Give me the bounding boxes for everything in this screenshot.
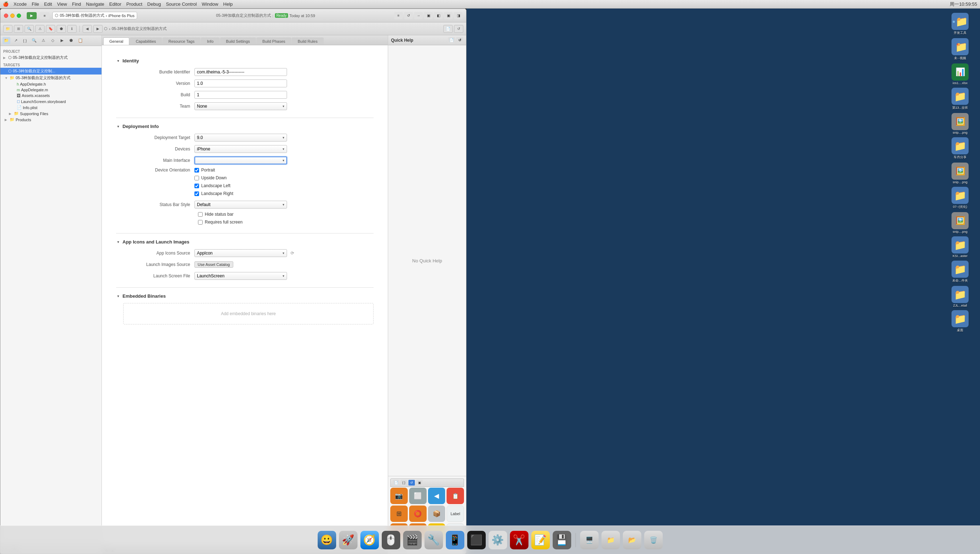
tab-info[interactable]: Info [201, 37, 220, 45]
info-plist[interactable]: 📄 Info.plist [0, 104, 102, 110]
xlsx-icon[interactable]: 📊 ios1....xlsx [947, 64, 973, 85]
refresh-btn[interactable]: ↺ [454, 25, 463, 33]
dock-more-1[interactable]: 🖥️ [580, 531, 598, 549]
tab-general[interactable]: General [103, 37, 129, 45]
maximize-button[interactable] [17, 14, 21, 18]
car-folder-icon[interactable]: 📁 车丹分享 [947, 137, 973, 160]
circle-widget[interactable]: ⭕ [409, 506, 426, 522]
dock-scissors[interactable]: ✂️ [510, 531, 528, 549]
selection-widget[interactable]: ⬜ [409, 488, 426, 504]
util-icon-1[interactable]: 📄 [393, 480, 399, 485]
util-icon-4[interactable]: ▣ [416, 480, 423, 485]
team-select[interactable]: None [194, 102, 287, 110]
icon-1[interactable]: ≡ [394, 12, 403, 19]
reset-icon[interactable]: ⟳ [289, 250, 296, 256]
run-button[interactable] [27, 12, 37, 19]
dock-exec[interactable]: 💾 [553, 531, 571, 549]
menu-debug[interactable]: Debug [148, 2, 161, 7]
find-nav-icon[interactable]: 🔍 [30, 37, 38, 44]
class-folder-icon[interactable]: 📁 第13...业班 [947, 88, 973, 110]
products-group[interactable]: ▶ 📁 Products [0, 117, 102, 123]
util-icon-3[interactable]: ↺ [409, 480, 415, 485]
menu-editor[interactable]: Editor [109, 2, 121, 7]
dock-launchpad[interactable]: 🚀 [339, 531, 358, 549]
debug-toggle[interactable]: ▣ [444, 12, 453, 19]
tab-build-rules[interactable]: Build Rules [292, 37, 324, 45]
app-icons-toggle[interactable]: ▼ [116, 240, 120, 244]
version-input[interactable] [194, 80, 287, 87]
dock-more-3[interactable]: 📂 [623, 531, 641, 549]
app-icons-select[interactable]: AppIcon [194, 249, 287, 257]
icon-2[interactable]: ↺ [404, 12, 413, 19]
snip2-icon[interactable]: 🖼️ snip....png [947, 163, 973, 184]
list-widget[interactable]: 📋 [447, 488, 464, 504]
dock-finder[interactable]: 😀 [318, 531, 336, 549]
breakpoint-nav-icon[interactable]: ⬟ [67, 37, 75, 44]
tab-build-settings[interactable]: Build Settings [220, 37, 256, 45]
nav-info-btn[interactable]: ℹ [67, 25, 76, 33]
landscape-right-checkbox[interactable] [194, 192, 199, 196]
build-input[interactable] [194, 91, 287, 99]
main-interface-select[interactable]: Main [194, 156, 287, 164]
bundle-id-input[interactable] [194, 68, 287, 76]
menu-file[interactable]: File [32, 2, 39, 7]
deployment-target-select[interactable]: 9.0 8.0 10.0 [194, 134, 287, 142]
dock-tools[interactable]: 🔧 [425, 531, 443, 549]
menu-find[interactable]: Find [72, 2, 81, 7]
menu-source-control[interactable]: Source Control [166, 2, 197, 7]
breakpoint-btn[interactable]: ⬟ [57, 25, 66, 33]
grid-btn[interactable]: ⊞ [14, 25, 23, 33]
devices-select[interactable]: iPhone iPad Universal [194, 145, 287, 153]
use-asset-catalog-btn[interactable]: Use Asset Catalog [194, 261, 233, 268]
ksi-icon[interactable]: 📁 KSI...aster [947, 236, 973, 258]
full-screen-label[interactable]: Requires full screen [205, 220, 242, 225]
close-button[interactable] [4, 14, 8, 18]
portrait-checkbox[interactable] [194, 168, 199, 172]
menu-navigate[interactable]: Navigate [86, 2, 104, 7]
upside-down-label[interactable]: Upside Down [201, 176, 226, 180]
landscape-right-label[interactable]: Landscape Right [201, 191, 233, 196]
full-screen-checkbox[interactable] [198, 220, 203, 225]
folder-btn[interactable]: 📁 [3, 25, 13, 33]
dev-tools-icon[interactable]: ● 📁 开发工具 [947, 13, 973, 35]
menu-help[interactable]: Help [223, 2, 233, 7]
hide-status-label[interactable]: Hide status bar [205, 212, 234, 217]
minimize-button[interactable] [10, 14, 14, 18]
scheme-selector[interactable]: ⬡ 05-3种加载-控制器的方式 › iPhone 6s Plus [52, 12, 137, 19]
back-widget[interactable]: ◀ [428, 488, 445, 504]
upside-down-checkbox[interactable] [194, 176, 199, 180]
landscape-left-checkbox[interactable] [194, 184, 199, 188]
assets[interactable]: 🖼 Assets.xcassets [0, 93, 102, 98]
navigator-toggle[interactable]: ◧ [434, 12, 443, 19]
menu-edit[interactable]: Edit [44, 2, 52, 7]
snip3-icon[interactable]: 🖼️ snip....png [947, 212, 973, 233]
dock-mouse[interactable]: 🖱️ [382, 531, 400, 549]
new-file-icon[interactable]: 📄 [448, 37, 455, 43]
search-btn[interactable]: 🔍 [25, 25, 34, 33]
split-icon[interactable]: ▣ [424, 12, 433, 19]
project-item[interactable]: ▶ ⬡ 05-3种加载自定义控制器的方式 [0, 54, 102, 61]
menu-xcode[interactable]: Xcode [14, 2, 27, 7]
portrait-label[interactable]: Portrait [201, 168, 215, 172]
util-icon-2[interactable]: { } [401, 480, 407, 485]
target-item[interactable]: ⬡ 05-3种加载自定义控制... [0, 68, 102, 75]
status-bar-select[interactable]: Default Light [194, 201, 287, 209]
menu-view[interactable]: View [57, 2, 67, 7]
unnamed-folder-icon[interactable]: 📁 未命...件夹 [947, 260, 973, 283]
apple-menu[interactable]: 🍎 [3, 2, 8, 7]
dock-sysprefs[interactable]: ⚙️ [488, 531, 507, 549]
dock-terminal[interactable]: ⬛ [467, 531, 486, 549]
grid-widget[interactable]: ⊞ [390, 506, 408, 522]
menu-window[interactable]: Window [202, 2, 218, 7]
embedded-toggle[interactable]: ▼ [116, 294, 120, 299]
tab-capabilities[interactable]: Capabilities [130, 37, 162, 45]
dock-safari[interactable]: 🧭 [360, 531, 379, 549]
menu-product[interactable]: Product [126, 2, 142, 7]
warning-btn[interactable]: ⚠ [35, 25, 45, 33]
issue-nav-icon[interactable]: ⚠ [40, 37, 47, 44]
source-control-nav-icon[interactable]: ↗ [12, 37, 19, 44]
dock-notes[interactable]: 📝 [531, 531, 550, 549]
identity-toggle[interactable]: ▼ [116, 59, 120, 63]
supporting-files-group[interactable]: ▶ 📁 Supporting Files [0, 110, 102, 117]
dock-more-4[interactable]: 🗑️ [644, 531, 663, 549]
